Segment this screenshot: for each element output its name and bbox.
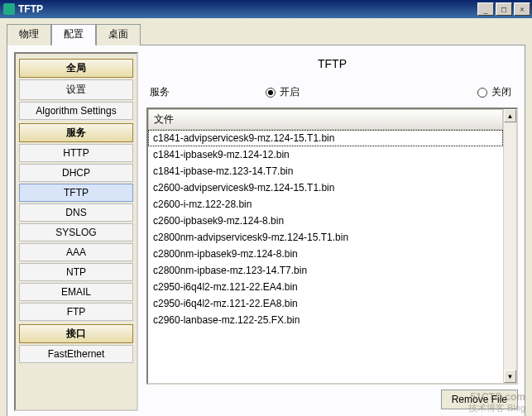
tab-panel: 全局 设置 Algorithm Settings 服务 HTTP DHCP TF…: [7, 45, 525, 416]
window-buttons: _ □ ×: [477, 2, 530, 16]
service-on-option[interactable]: 开启: [266, 85, 389, 99]
scroll-down-icon[interactable]: ▼: [504, 370, 516, 383]
content-pane: TFTP 服务 开启 关闭 文件 c1841-advipservicesk9-m…: [146, 52, 518, 411]
maximize-button[interactable]: □: [496, 2, 512, 16]
file-row[interactable]: c1841-advipservicesk9-mz.124-15.T1.bin: [148, 130, 503, 146]
file-row[interactable]: c2960-lanbase-mz.122-25.FX.bin: [148, 312, 503, 328]
sidebar-item-fastethernet[interactable]: FastEthernet: [19, 345, 133, 363]
sidebar-item-tftp[interactable]: TFTP: [19, 184, 133, 202]
file-row[interactable]: c2800nm-ipbasek9-mz.124-8.bin: [148, 246, 503, 262]
remove-file-button[interactable]: Remove File: [441, 390, 518, 409]
sidebar-item-dns[interactable]: DNS: [19, 203, 133, 222]
files-column-header[interactable]: 文件: [148, 109, 503, 130]
file-row[interactable]: c1841-ipbasek9-mz.124-12.bin: [148, 146, 503, 163]
close-button[interactable]: ×: [514, 2, 530, 16]
sidebar-group-global: 全局: [19, 59, 133, 78]
files-listbox: 文件 c1841-advipservicesk9-mz.124-15.T1.bi…: [146, 108, 518, 385]
window-title: TFTP: [18, 3, 477, 15]
radio-on-label: 开启: [280, 85, 300, 99]
sidebar-item-aaa[interactable]: AAA: [19, 243, 133, 261]
scroll-up-icon[interactable]: ▲: [504, 109, 516, 122]
sidebar-item-email[interactable]: EMAIL: [19, 283, 133, 301]
file-row[interactable]: c2950-i6q4l2-mz.121-22.EA4.bin: [148, 279, 503, 295]
sidebar-group-services: 服务: [19, 123, 133, 142]
sidebar-item-ftp[interactable]: FTP: [19, 303, 133, 321]
file-row[interactable]: c2950-i6q4l2-mz.121-22.EA8.bin: [148, 295, 503, 312]
radio-on-icon: [266, 88, 276, 98]
sidebar-item-syslog[interactable]: SYSLOG: [19, 223, 133, 241]
sidebar-group-interface: 接口: [19, 324, 133, 343]
main-tabs: 物理 配置 桌面: [7, 23, 532, 45]
radio-off-icon: [477, 88, 487, 98]
sidebar-item-algorithm[interactable]: Algorithm Settings: [19, 102, 133, 120]
file-row[interactable]: c1841-ipbase-mz.123-14.T7.bin: [148, 163, 503, 179]
app-icon: [3, 3, 15, 15]
scrollbar[interactable]: ▲ ▼: [503, 109, 516, 383]
titlebar: TFTP _ □ ×: [0, 0, 532, 18]
minimize-button[interactable]: _: [477, 2, 494, 16]
file-row[interactable]: c2600-advipservicesk9-mz.124-15.T1.bin: [148, 179, 503, 196]
sidebar: 全局 设置 Algorithm Settings 服务 HTTP DHCP TF…: [14, 52, 138, 411]
file-row[interactable]: c2600-ipbasek9-mz.124-8.bin: [148, 213, 503, 229]
service-label: 服务: [150, 85, 266, 99]
button-row: Remove File: [146, 390, 518, 411]
sidebar-item-ntp[interactable]: NTP: [19, 263, 133, 281]
sidebar-item-http[interactable]: HTTP: [19, 144, 133, 162]
tab-config[interactable]: 配置: [51, 24, 96, 45]
file-row[interactable]: c2600-i-mz.122-28.bin: [148, 196, 503, 213]
radio-off-label: 关闭: [491, 85, 511, 99]
service-off-option[interactable]: 关闭: [389, 85, 512, 99]
files-inner[interactable]: 文件 c1841-advipservicesk9-mz.124-15.T1.bi…: [148, 109, 503, 383]
sidebar-item-dhcp[interactable]: DHCP: [19, 164, 133, 182]
service-toggle-row: 服务 开启 关闭: [146, 82, 518, 108]
file-row[interactable]: c2800nm-ipbase-mz.123-14.T7.bin: [148, 262, 503, 279]
service-heading: TFTP: [146, 52, 518, 82]
tab-physical[interactable]: 物理: [7, 24, 51, 45]
file-row[interactable]: c2800nm-advipservicesk9-mz.124-15.T1.bin: [148, 229, 503, 246]
tab-desktop[interactable]: 桌面: [96, 24, 141, 45]
sidebar-item-settings[interactable]: 设置: [19, 79, 133, 100]
